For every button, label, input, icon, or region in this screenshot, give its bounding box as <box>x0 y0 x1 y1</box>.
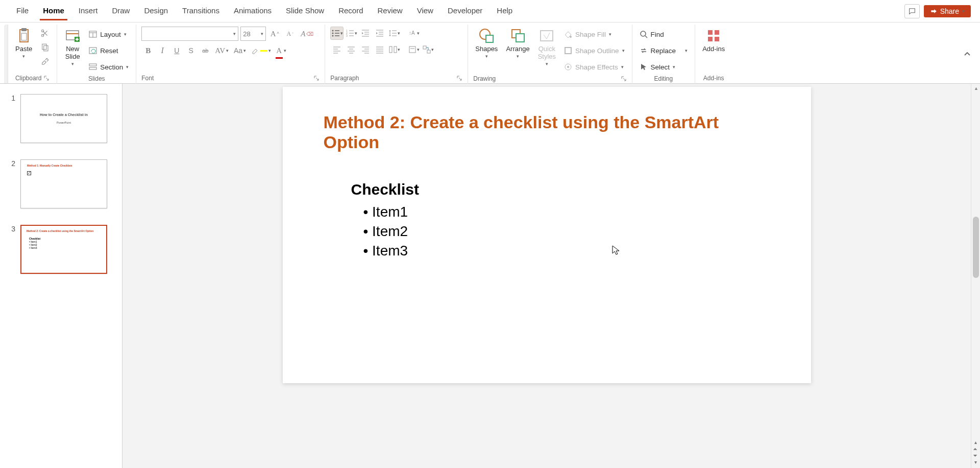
increase-font-button[interactable]: A^ <box>268 27 281 40</box>
format-painter-button[interactable] <box>38 55 52 68</box>
tab-file[interactable]: File <box>9 2 36 20</box>
copy-button[interactable] <box>38 41 52 54</box>
arrange-button[interactable]: Arrange▾ <box>504 27 531 60</box>
slide-canvas[interactable]: Method 2: Create a checklist using the S… <box>283 87 811 383</box>
next-slide-button[interactable]: ▾ <box>972 459 979 465</box>
checklist-items[interactable]: • Item1 • Item2 • Item3 <box>363 202 770 260</box>
share-button[interactable]: Share ▾ <box>924 5 971 17</box>
cut-button[interactable] <box>38 27 52 40</box>
replace-icon <box>640 46 648 55</box>
dialog-launcher[interactable] <box>313 75 320 81</box>
align-text-button[interactable]: ▾ <box>407 43 420 56</box>
text-direction-button[interactable]: ↕A▾ <box>407 27 420 40</box>
change-case-button[interactable]: Aa▾ <box>232 44 248 57</box>
dialog-launcher[interactable] <box>456 75 462 81</box>
line-spacing-button[interactable]: ▾ <box>387 27 401 40</box>
scroll-thumb[interactable] <box>973 217 979 278</box>
svg-rect-59 <box>389 46 392 53</box>
tab-transitions[interactable]: Transitions <box>175 2 227 20</box>
section-icon <box>89 63 97 71</box>
shape-outline-button[interactable]: Shape Outline▾ <box>562 43 627 58</box>
clear-formatting-button[interactable]: A⌫ <box>299 27 315 40</box>
shadow-button[interactable]: S <box>184 44 198 57</box>
list-item: • Item3 <box>363 241 770 261</box>
thumbnail-3[interactable]: 3 Method 2: Create a checklist using the… <box>7 225 115 274</box>
group-clipboard: Paste ▾ Clipboard <box>8 25 57 84</box>
bold-button[interactable]: B <box>141 44 155 57</box>
decrease-font-button[interactable]: Aˇ <box>283 27 297 40</box>
vertical-scrollbar[interactable]: ▲ ▴ ⏶ ⏷ ▾ <box>971 84 980 468</box>
checklist-heading[interactable]: Checklist <box>351 181 770 198</box>
tab-review[interactable]: Review <box>371 2 410 20</box>
slide-canvas-area[interactable]: Method 2: Create a checklist using the S… <box>122 84 971 468</box>
shape-fill-button[interactable]: Shape Fill▾ <box>562 27 627 42</box>
columns-button[interactable]: ▾ <box>387 43 401 56</box>
section-button[interactable]: Section▾ <box>87 59 131 75</box>
char-spacing-button[interactable]: AV▾ <box>213 44 231 57</box>
tab-home[interactable]: Home <box>36 2 71 20</box>
layout-button[interactable]: Layout▾ <box>87 27 131 42</box>
align-center-button[interactable] <box>345 43 358 56</box>
comments-button[interactable] <box>904 4 920 18</box>
list-item: • Item2 <box>363 222 770 241</box>
next-slide-double-button[interactable]: ⏷ <box>972 453 979 458</box>
addins-button[interactable]: Add-ins <box>700 27 727 54</box>
paste-button[interactable]: Paste ▾ <box>13 27 34 60</box>
strikethrough-button[interactable]: ab <box>199 44 212 57</box>
tab-animations[interactable]: Animations <box>227 2 279 20</box>
bullets-button[interactable]: ▾ <box>330 27 344 40</box>
svg-rect-78 <box>708 37 713 41</box>
dialog-launcher[interactable] <box>43 75 50 81</box>
shape-effects-button[interactable]: Shape Effects▾ <box>562 59 627 75</box>
font-color-button[interactable]: A▾ <box>274 44 288 57</box>
select-button[interactable]: Select▾ <box>638 59 690 75</box>
tab-slideshow[interactable]: Slide Show <box>279 2 331 20</box>
layout-icon <box>89 30 97 38</box>
slide-thumb[interactable]: How to Create a Checklist in PowerPoint <box>20 94 107 143</box>
font-size-input[interactable]: 28▾ <box>240 27 266 41</box>
reset-button[interactable]: Reset <box>87 43 131 58</box>
find-button[interactable]: Find <box>638 27 690 42</box>
highlight-button[interactable]: ▾ <box>249 44 273 57</box>
dialog-launcher[interactable] <box>621 76 627 82</box>
thumbnail-1[interactable]: 1 How to Create a Checklist in PowerPoin… <box>7 94 115 143</box>
tab-view[interactable]: View <box>410 2 440 20</box>
decrease-indent-button[interactable] <box>359 27 372 40</box>
italic-button[interactable]: I <box>156 44 169 57</box>
tab-design[interactable]: Design <box>137 2 175 20</box>
svg-point-18 <box>332 30 333 32</box>
align-left-button[interactable] <box>330 43 344 56</box>
group-label: Drawing <box>473 75 496 82</box>
svg-line-75 <box>645 36 647 38</box>
new-slide-button[interactable]: New Slide ▾ <box>62 27 83 67</box>
group-drawing: Shapes▾ Arrange▾ Quick Styles▾ Shape Fil… <box>468 25 632 84</box>
thumbnail-pane[interactable]: 1 How to Create a Checklist in PowerPoin… <box>0 84 122 468</box>
tab-developer[interactable]: Developer <box>440 2 489 20</box>
prev-slide-double-button[interactable]: ⏶ <box>972 446 979 452</box>
tab-draw[interactable]: Draw <box>105 2 137 20</box>
font-name-input[interactable]: ▾ <box>141 27 238 41</box>
chevron-down-icon: ▾ <box>962 9 965 14</box>
tab-help[interactable]: Help <box>489 2 520 20</box>
numbering-button[interactable]: 123▾ <box>345 27 358 40</box>
slide-title[interactable]: Method 2: Create a checklist using the S… <box>324 112 770 152</box>
align-right-button[interactable] <box>359 43 372 56</box>
thumbnail-2[interactable]: 2 Method 1: Manually Create Checkbox ✓ <box>7 159 115 208</box>
justify-button[interactable] <box>373 43 386 56</box>
work-area: 1 How to Create a Checklist in PowerPoin… <box>0 84 980 468</box>
slide-thumb[interactable]: Method 2: Create a checklist using the S… <box>20 225 107 274</box>
smartart-button[interactable]: ▾ <box>421 43 434 56</box>
reset-icon <box>89 46 97 55</box>
tab-record[interactable]: Record <box>331 2 370 20</box>
shapes-button[interactable]: Shapes▾ <box>473 27 500 60</box>
prev-slide-button[interactable]: ▴ <box>972 439 979 445</box>
tab-insert[interactable]: Insert <box>71 2 105 20</box>
scroll-up-icon[interactable]: ▲ <box>974 86 978 91</box>
increase-indent-button[interactable] <box>373 27 386 40</box>
svg-rect-16 <box>89 64 96 66</box>
slide-thumb[interactable]: Method 1: Manually Create Checkbox ✓ <box>20 159 107 208</box>
underline-button[interactable]: U <box>170 44 183 57</box>
replace-button[interactable]: Replace▾ <box>638 43 690 58</box>
quick-styles-button[interactable]: Quick Styles▾ <box>536 27 558 67</box>
collapse-ribbon-button[interactable] <box>959 25 976 83</box>
